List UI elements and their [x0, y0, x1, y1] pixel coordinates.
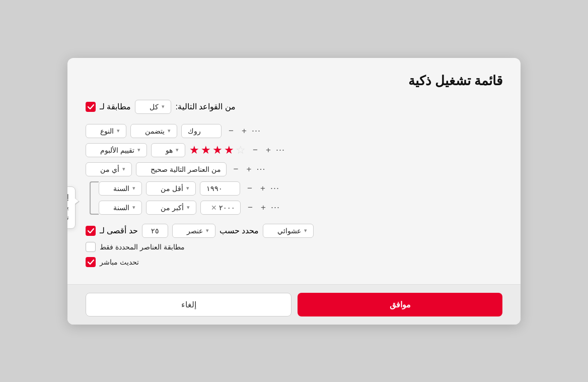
rule-field-select[interactable]: ▾ السنة	[99, 201, 142, 215]
match-suffix-label: من القواعد التالية:	[175, 102, 235, 111]
limit-unit-select[interactable]: ▾ عنصر	[172, 224, 215, 238]
dialog-footer: موافق إلغاء	[67, 284, 521, 325]
bracket-wrapper: ··· + − ١٩٩٠ ▾ أقل من	[86, 181, 462, 215]
rule-condition-text: أقل من	[161, 184, 183, 193]
rule-condition-select[interactable]: ▾ يتضمن	[130, 124, 177, 138]
rule-condition-text: من العناصر التالية صحيح	[151, 165, 221, 173]
check-icon	[88, 260, 94, 265]
limit-label: حد أقصى لـ	[100, 226, 138, 235]
star-5[interactable]: ★	[189, 144, 199, 157]
cancel-button[interactable]: إلغاء	[86, 293, 291, 316]
star-rating-input[interactable]: ☆ ★ ★ ★ ★	[189, 144, 246, 157]
tooltip-box: إذا أنشأت قواعد متداخلة، يمكنك الحصول عل…	[67, 186, 76, 229]
live-update-row: تحديث مباشر	[86, 257, 502, 267]
star-2[interactable]: ★	[224, 144, 234, 157]
star-3[interactable]: ★	[212, 144, 223, 157]
bracket-rules: ··· + − ١٩٩٠ ▾ أقل من	[99, 181, 462, 215]
match-all-select[interactable]: ▾ كل	[135, 100, 171, 114]
check-icon	[88, 104, 94, 109]
star-4[interactable]: ★	[201, 144, 211, 157]
limit-unit-value: عنصر	[187, 227, 203, 235]
add-rule-button[interactable]: +	[244, 164, 255, 175]
match-row: من القواعد التالية: ▾ كل مطابقة لـ	[86, 100, 502, 114]
add-rule-button[interactable]: +	[258, 202, 269, 213]
chevron-down-icon: ▾	[304, 227, 307, 234]
rule-field-select[interactable]: ▾ السنة	[99, 181, 142, 196]
rule-value-text: روك	[188, 127, 201, 135]
rule-condition-text: أكبر من	[161, 204, 184, 212]
add-rule-button[interactable]: +	[239, 125, 250, 137]
add-rule-button[interactable]: +	[263, 145, 274, 156]
sort-order-value: عشوائي	[277, 227, 301, 235]
rule-row: ··· + − روك ▾ يتضمن ▾ النوع	[86, 124, 502, 138]
bracket-line	[90, 181, 99, 215]
chevron-down-icon: ▾	[117, 128, 120, 134]
limit-value-input[interactable]: ٢٥	[142, 224, 168, 238]
limit-section: ▾ عشوائي محدد حسب ▾ عنصر ٢٥ حد أقصى لـ	[86, 224, 502, 238]
sort-order-select[interactable]: ▾ عشوائي	[263, 224, 314, 238]
rule-value-text: ١٩٩٠	[206, 184, 223, 193]
clear-value-button[interactable]: ✕	[211, 204, 217, 212]
add-rule-button[interactable]: +	[257, 183, 268, 194]
remove-rule-button[interactable]: −	[245, 202, 256, 213]
rule-row: ··· + − ☆ ★ ★ ★ ★ ▾ هو ▾ تقييم الألب	[86, 143, 502, 157]
rule-field-select[interactable]: ▾ النوع	[86, 124, 126, 138]
ok-button[interactable]: موافق	[298, 293, 502, 316]
rule-condition-select[interactable]: ▾ أكبر من	[146, 201, 196, 215]
rule-field-text: السنة	[113, 184, 129, 193]
live-update-checkbox[interactable]	[86, 257, 96, 267]
rule-field-text: النوع	[100, 127, 114, 135]
match-label: مطابقة لـ	[100, 102, 131, 111]
chevron-down-icon: ▾	[206, 227, 209, 234]
rule-value-input[interactable]: ٢٠٠٠ ✕	[200, 201, 241, 215]
remove-rule-button[interactable]: −	[250, 145, 261, 156]
chevron-down-icon: ▾	[168, 128, 171, 134]
remove-rule-button[interactable]: −	[231, 164, 242, 175]
limit-value-text: ٢٥	[151, 227, 159, 235]
rule-controls: ··· + −	[226, 125, 261, 137]
rule-value-input[interactable]: ١٩٩٠	[200, 181, 240, 196]
rule-field-text: أي من	[100, 165, 119, 173]
rule-condition-select[interactable]: ▾ أقل من	[146, 181, 196, 196]
remove-rule-button[interactable]: −	[226, 125, 237, 137]
more-options-button[interactable]: ···	[271, 202, 280, 213]
match-checked-row: مطابقة العناصر المحددة فقط	[86, 242, 502, 252]
smart-playlist-dialog: قائمة تشغيل ذكية من القواعد التالية: ▾ ك…	[67, 58, 521, 325]
match-all-value: كل	[150, 103, 159, 111]
chevron-down-icon: ▾	[186, 185, 189, 192]
limit-checkbox[interactable]	[86, 226, 96, 236]
rule-controls: ··· + −	[231, 164, 266, 175]
dialog-title: قائمة تشغيل ذكية	[86, 73, 502, 89]
match-checked-label: مطابقة العناصر المحددة فقط	[100, 243, 185, 251]
more-options-button[interactable]: ···	[276, 145, 285, 155]
rule-value-text: ٢٠٠٠	[219, 204, 235, 212]
more-options-button[interactable]: ···	[257, 164, 266, 174]
rule-condition-text: هو	[166, 146, 173, 154]
sort-prefix-label: محدد حسب	[219, 226, 259, 235]
chevron-down-icon: ▾	[132, 185, 135, 192]
rule-field-select[interactable]: ▾ تقييم الألبوم	[86, 143, 147, 157]
more-options-button[interactable]: ···	[270, 183, 279, 194]
rule-row: ··· + − ١٩٩٠ ▾ أقل من	[99, 181, 462, 196]
rule-field-text: السنة	[113, 204, 129, 212]
rule-value-input[interactable]: روك	[181, 124, 222, 138]
rule-field-text: تقييم الألبوم	[100, 146, 134, 154]
tooltip-arrow-inner	[75, 198, 79, 204]
rule-condition-select[interactable]: ▾ هو	[151, 143, 185, 157]
check-icon	[88, 228, 94, 233]
chevron-down-icon: ▾	[137, 147, 140, 153]
rule-controls: ··· + −	[245, 202, 280, 213]
rule-field-select[interactable]: ▾ أي من	[86, 162, 132, 176]
star-1[interactable]: ☆	[236, 144, 246, 157]
rule-condition-select[interactable]: من العناصر التالية صحيح	[136, 162, 227, 176]
remove-rule-button[interactable]: −	[244, 183, 255, 194]
match-checked-checkbox[interactable]	[86, 242, 96, 252]
bracket-group-container: إذا أنشأت قواعد متداخلة، يمكنك الحصول عل…	[86, 181, 462, 215]
more-options-button[interactable]: ···	[252, 125, 261, 136]
match-checkbox[interactable]	[86, 102, 96, 112]
chevron-down-icon: ▾	[132, 204, 135, 211]
live-update-label: تحديث مباشر	[100, 258, 139, 266]
rule-row: ··· + − من العناصر التالية صحيح ▾ أي من	[86, 162, 502, 176]
rules-section: ··· + − روك ▾ يتضمن ▾ النوع	[86, 124, 502, 215]
rule-controls: ··· + −	[244, 183, 279, 194]
